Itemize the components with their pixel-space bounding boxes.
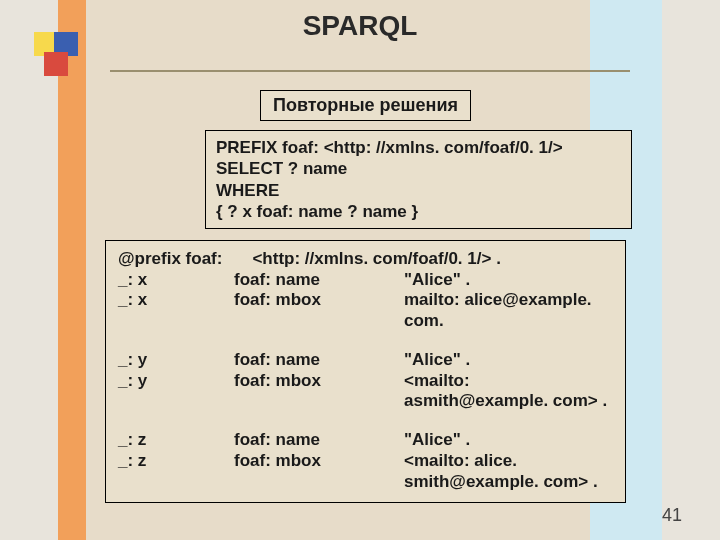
cell: foaf: name	[234, 270, 404, 291]
slide: SPARQL Повторные решения PREFIX foaf: <h…	[0, 0, 720, 540]
cell: foaf: name	[234, 350, 404, 371]
cell: "Alice" .	[404, 270, 613, 291]
cell: <mailto: alice. smith@example. com> .	[404, 451, 613, 492]
cell: foaf: mbox	[234, 371, 404, 412]
cell: "Alice" .	[404, 430, 613, 451]
data-row: _: y foaf: name "Alice" .	[118, 350, 613, 371]
subtitle-box: Повторные решения	[260, 90, 471, 121]
data-row: _: y foaf: mbox <mailto: asmith@example.…	[118, 371, 613, 412]
cell: foaf: mbox	[234, 290, 404, 331]
data-row: _: z foaf: name "Alice" .	[118, 430, 613, 451]
slide-title: SPARQL	[0, 10, 720, 42]
rdf-data-box: @prefix foaf: <http: //xmlns. com/foaf/0…	[105, 240, 626, 503]
data-row: _: x foaf: name "Alice" .	[118, 270, 613, 291]
query-line: PREFIX foaf: <http: //xmlns. com/foaf/0.…	[216, 137, 621, 158]
logo-square-red	[44, 52, 68, 76]
cell: <http: //xmlns. com/foaf/0. 1/> .	[252, 249, 613, 270]
data-row: _: z foaf: mbox <mailto: alice. smith@ex…	[118, 451, 613, 492]
cell: _: x	[118, 290, 234, 331]
cell: foaf: name	[234, 430, 404, 451]
query-line: SELECT ? name	[216, 158, 621, 179]
page-number: 41	[662, 505, 682, 526]
row-gap	[118, 332, 613, 350]
cell: @prefix foaf:	[118, 249, 252, 270]
cell: _: y	[118, 371, 234, 412]
sparql-query-box: PREFIX foaf: <http: //xmlns. com/foaf/0.…	[205, 130, 632, 229]
data-row: _: x foaf: mbox mailto: alice@example. c…	[118, 290, 613, 331]
cell: foaf: mbox	[234, 451, 404, 492]
cell: mailto: alice@example. com.	[404, 290, 613, 331]
title-underline	[110, 70, 630, 72]
query-line: WHERE	[216, 180, 621, 201]
cell: _: y	[118, 350, 234, 371]
cell: _: z	[118, 451, 234, 492]
cell: _: z	[118, 430, 234, 451]
data-row: @prefix foaf: <http: //xmlns. com/foaf/0…	[118, 249, 613, 270]
row-gap	[118, 412, 613, 430]
query-line: { ? x foaf: name ? name }	[216, 201, 621, 222]
cell: "Alice" .	[404, 350, 613, 371]
cell: _: x	[118, 270, 234, 291]
cell: <mailto: asmith@example. com> .	[404, 371, 613, 412]
